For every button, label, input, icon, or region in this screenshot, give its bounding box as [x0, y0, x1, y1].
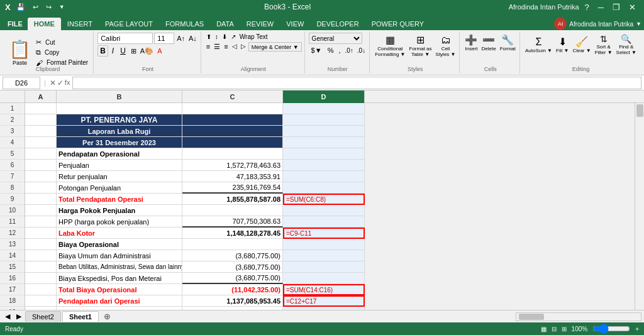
view-page-break-btn[interactable]: ⊞ [562, 326, 567, 332]
cell-b17[interactable]: Total Biaya Operasional [57, 284, 182, 295]
indent-increase-btn[interactable]: ▷ [240, 42, 247, 52]
cell-c9[interactable]: 1,855,878,587.08 [182, 194, 283, 205]
tab-data[interactable]: DATA [210, 18, 240, 30]
tab-formulas[interactable]: FORMULAS [159, 18, 210, 30]
cell-a19[interactable] [25, 307, 57, 310]
delete-btn[interactable]: ➖ Delete [480, 33, 497, 53]
format-table-btn[interactable]: ⊞ Format asTable ▼ [408, 33, 433, 58]
prev-sheet-btn[interactable]: ◀ [3, 312, 13, 321]
font-color-btn[interactable]: A [156, 47, 163, 55]
cell-c1[interactable] [182, 103, 283, 114]
cell-a6[interactable] [25, 160, 57, 171]
cell-a3[interactable] [25, 126, 57, 137]
cell-a17[interactable] [25, 284, 57, 295]
row-num-9[interactable]: 9 [0, 194, 25, 205]
cell-a16[interactable] [25, 273, 57, 284]
cell-b8[interactable]: Potongan Penjualan [57, 182, 182, 194]
cell-d1[interactable] [283, 103, 365, 114]
find-select-btn[interactable]: 🔍 Find &Select ▼ [615, 33, 638, 57]
cell-c12[interactable]: 1,148,128,278.45 [182, 228, 283, 239]
cell-b14[interactable]: Biaya Umum dan Administrasi [57, 250, 182, 261]
cell-c11[interactable]: 707,750,308.63 [182, 216, 283, 228]
cut-button[interactable]: Cut [43, 38, 58, 47]
tab-insert[interactable]: INSERT [61, 18, 99, 30]
align-left-btn[interactable]: ≡ [205, 42, 211, 52]
dollar-btn[interactable]: $▼ [309, 45, 325, 55]
cell-b4[interactable]: Per 31 Desember 2023 [57, 137, 182, 148]
cell-d17[interactable]: =SUM(C14:C16) [283, 284, 365, 295]
merge-center-btn[interactable]: Merge & Center ▼ [248, 42, 302, 52]
tab-developer[interactable]: DEVELOPER [310, 18, 365, 30]
row-num-17[interactable]: 17 [0, 284, 25, 295]
cell-d3[interactable] [283, 126, 365, 137]
cell-d11[interactable] [283, 216, 365, 228]
border-btn[interactable]: ⊞ [130, 47, 138, 56]
cell-d15[interactable] [283, 261, 365, 273]
cell-c14[interactable]: (3,680,775.00) [182, 250, 283, 261]
cell-a8[interactable] [25, 182, 57, 194]
cell-b10[interactable]: Harga Pokok Penjualan [57, 205, 182, 216]
cell-c15[interactable]: (3,680,775.00) [182, 261, 283, 273]
cell-d10[interactable] [283, 205, 365, 216]
row-num-10[interactable]: 10 [0, 205, 25, 216]
cell-d19[interactable] [283, 307, 365, 310]
redo-icon[interactable]: ↪ [44, 3, 53, 12]
row-num-2[interactable]: 2 [0, 114, 25, 126]
cell-d14[interactable] [283, 250, 365, 261]
indent-decrease-btn[interactable]: ◁ [231, 42, 238, 52]
font-size-increase-btn[interactable]: A↑ [175, 34, 186, 43]
cell-a13[interactable] [25, 239, 57, 250]
restore-btn[interactable]: ❐ [609, 3, 623, 12]
tab-power-query[interactable]: POWER QUERY [365, 18, 431, 30]
cell-a11[interactable] [25, 216, 57, 228]
col-header-a[interactable]: A [25, 91, 57, 103]
cell-c2[interactable] [182, 114, 283, 126]
add-sheet-btn[interactable]: ⊕ [100, 310, 114, 322]
confirm-formula-icon[interactable]: ✓ [57, 79, 64, 87]
row-num-12[interactable]: 12 [0, 228, 25, 239]
cell-b2[interactable]: PT. PENERANG JAYA [57, 114, 182, 126]
qa-dropdown[interactable]: ▼ [57, 3, 67, 11]
cell-c7[interactable]: 47,183,353.91 [182, 171, 283, 182]
align-middle-btn[interactable]: ↕ [214, 33, 219, 41]
cell-c3[interactable] [182, 126, 283, 137]
save-icon[interactable]: 💾 [14, 3, 27, 12]
cell-d16[interactable] [283, 273, 365, 284]
font-size-decrease-btn[interactable]: A↓ [187, 34, 198, 43]
view-normal-btn[interactable]: ▦ [541, 326, 547, 332]
zoom-slider[interactable] [592, 325, 630, 332]
decimal-decrease-btn[interactable]: .0↓ [356, 47, 367, 55]
close-btn[interactable]: ✕ [626, 3, 639, 12]
row-num-3[interactable]: 3 [0, 126, 25, 137]
row-num-16[interactable]: 16 [0, 273, 25, 284]
view-layout-btn[interactable]: ⊟ [552, 326, 557, 332]
row-num-14[interactable]: 14 [0, 250, 25, 261]
tab-file[interactable]: FILE [3, 18, 28, 30]
row-num-18[interactable]: 18 [0, 295, 25, 307]
align-right-btn[interactable]: ≡ [223, 42, 229, 52]
italic-button[interactable]: I [109, 45, 116, 57]
clear-btn[interactable]: 🧹 Clear ▼ [571, 35, 592, 55]
h-scrollbar-thumb[interactable] [519, 314, 544, 320]
align-bottom-btn[interactable]: ⬇ [221, 33, 228, 41]
cell-b12[interactable]: Laba Kotor [57, 228, 182, 239]
insert-btn[interactable]: ➕ Insert [464, 33, 479, 53]
cell-c16[interactable]: (3,680,775.00) [182, 273, 283, 284]
font-name-input[interactable] [97, 33, 153, 44]
row-num-19[interactable]: 19 [0, 307, 25, 310]
horizontal-scrollbar[interactable] [516, 312, 641, 321]
insert-function-icon[interactable]: fx [65, 79, 70, 87]
cell-d6[interactable] [283, 160, 365, 171]
cell-styles-btn[interactable]: 🗂 CellStyles ▼ [435, 33, 457, 58]
underline-button[interactable]: U [118, 45, 128, 57]
user-dropdown-icon[interactable]: ▼ [636, 21, 641, 27]
conditional-formatting-btn[interactable]: ▦ ConditionalFormatting ▼ [374, 33, 406, 58]
cell-a10[interactable] [25, 205, 57, 216]
cancel-formula-icon[interactable]: ✕ [50, 79, 56, 87]
col-header-c[interactable]: C [182, 91, 283, 103]
cell-b13[interactable]: Biaya Operasional [57, 239, 182, 250]
cell-b6[interactable]: Penjualan [57, 160, 182, 171]
cell-b5[interactable]: Pendapatan Operasional [57, 148, 182, 160]
zoom-in-btn[interactable]: + [635, 326, 639, 332]
autosum-btn[interactable]: Σ AutoSum ▼ [524, 35, 553, 55]
